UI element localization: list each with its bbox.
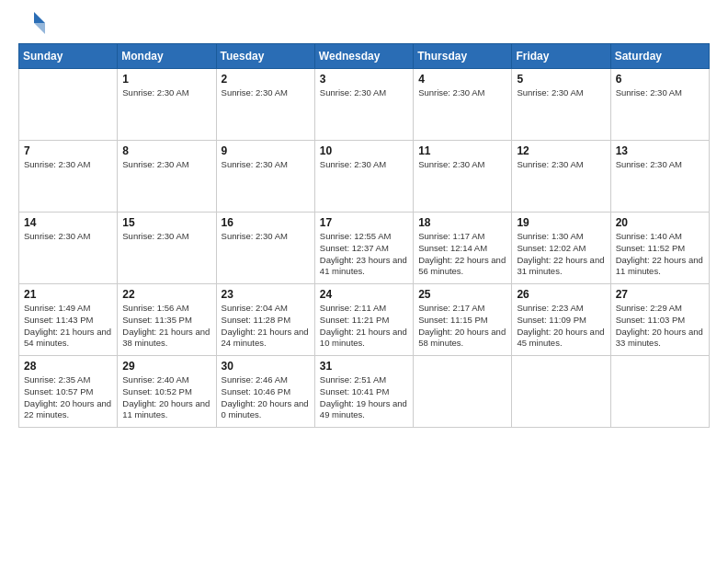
- day-cell: 19Sunrise: 1:30 AMSunset: 12:02 AMDaylig…: [512, 213, 610, 284]
- day-number: 5: [517, 73, 605, 86]
- day-number: 4: [418, 73, 506, 86]
- day-info: Sunrise: 2:30 AM: [24, 231, 112, 243]
- day-cell: 26Sunrise: 2:23 AMSunset: 11:09 PMDaylig…: [512, 284, 610, 356]
- day-cell: 6Sunrise: 2:30 AM: [610, 69, 709, 141]
- day-number: 25: [418, 288, 506, 301]
- day-cell: 16Sunrise: 2:30 AM: [216, 213, 314, 284]
- day-cell: [512, 356, 610, 428]
- logo: [18, 14, 47, 36]
- day-number: 12: [517, 144, 605, 157]
- day-number: 20: [616, 216, 704, 229]
- day-cell: 30Sunrise: 2:46 AMSunset: 10:46 PMDaylig…: [216, 356, 314, 428]
- day-info: Sunrise: 1:56 AMSunset: 11:35 PMDaylight…: [122, 303, 210, 350]
- day-number: 24: [320, 288, 408, 301]
- weekday-header-saturday: Saturday: [610, 44, 709, 69]
- day-number: 7: [24, 144, 112, 157]
- day-number: 10: [320, 144, 408, 157]
- day-info: Sunrise: 2:30 AM: [122, 231, 210, 243]
- weekday-header-tuesday: Tuesday: [216, 44, 314, 69]
- day-cell: 23Sunrise: 2:04 AMSunset: 11:28 PMDaylig…: [216, 284, 314, 356]
- day-number: 26: [517, 288, 605, 301]
- day-number: 16: [222, 216, 310, 229]
- day-number: 19: [517, 216, 605, 229]
- day-info: Sunrise: 1:49 AMSunset: 11:43 PMDaylight…: [24, 303, 112, 350]
- day-info: Sunrise: 2:17 AMSunset: 11:15 PMDaylight…: [418, 303, 506, 350]
- day-cell: [19, 69, 118, 141]
- header: [18, 14, 710, 36]
- day-info: Sunrise: 2:46 AMSunset: 10:46 PMDaylight…: [222, 374, 310, 421]
- day-info: Sunrise: 1:40 AMSunset: 11:52 PMDaylight…: [616, 231, 704, 278]
- day-info: Sunrise: 2:30 AM: [222, 87, 310, 99]
- day-cell: 2Sunrise: 2:30 AM: [216, 69, 314, 141]
- day-info: Sunrise: 2:11 AMSunset: 11:21 PMDaylight…: [320, 303, 408, 350]
- day-cell: [610, 356, 709, 428]
- day-number: 3: [320, 73, 408, 86]
- day-cell: 10Sunrise: 2:30 AM: [314, 141, 413, 213]
- day-number: 31: [320, 360, 408, 373]
- day-info: Sunrise: 2:30 AM: [517, 87, 605, 99]
- day-cell: 25Sunrise: 2:17 AMSunset: 11:15 PMDaylig…: [414, 284, 512, 356]
- day-info: Sunrise: 2:30 AM: [320, 87, 408, 99]
- day-info: Sunrise: 2:51 AMSunset: 10:41 PMDaylight…: [320, 374, 408, 421]
- day-number: 8: [122, 144, 210, 157]
- day-number: 17: [320, 216, 408, 229]
- weekday-header-row: SundayMondayTuesdayWednesdayThursdayFrid…: [19, 44, 710, 69]
- day-number: 6: [616, 73, 704, 86]
- day-info: Sunrise: 2:30 AM: [122, 87, 210, 99]
- svg-marker-1: [34, 23, 45, 34]
- weekday-header-friday: Friday: [512, 44, 610, 69]
- day-info: Sunrise: 2:30 AM: [418, 87, 506, 99]
- day-cell: [414, 356, 512, 428]
- day-cell: 28Sunrise: 2:35 AMSunset: 10:57 PMDaylig…: [19, 356, 118, 428]
- svg-marker-0: [34, 12, 45, 23]
- day-info: Sunrise: 2:30 AM: [320, 159, 408, 171]
- day-cell: 5Sunrise: 2:30 AM: [512, 69, 610, 141]
- day-number: 21: [24, 288, 112, 301]
- day-info: Sunrise: 2:30 AM: [517, 159, 605, 171]
- weekday-header-sunday: Sunday: [19, 44, 118, 69]
- day-number: 23: [222, 288, 310, 301]
- day-info: Sunrise: 2:30 AM: [418, 159, 506, 171]
- day-cell: 4Sunrise: 2:30 AM: [414, 69, 512, 141]
- day-info: Sunrise: 2:35 AMSunset: 10:57 PMDaylight…: [24, 374, 112, 421]
- day-info: Sunrise: 2:23 AMSunset: 11:09 PMDaylight…: [517, 303, 605, 350]
- day-info: Sunrise: 2:30 AM: [122, 159, 210, 171]
- day-info: Sunrise: 1:17 AMSunset: 12:14 AMDaylight…: [418, 231, 506, 278]
- day-number: 2: [222, 73, 310, 86]
- day-number: 29: [122, 360, 210, 373]
- day-info: Sunrise: 2:30 AM: [222, 159, 310, 171]
- day-info: Sunrise: 2:30 AM: [616, 159, 704, 171]
- weekday-header-thursday: Thursday: [414, 44, 512, 69]
- day-info: Sunrise: 2:04 AMSunset: 11:28 PMDaylight…: [222, 303, 310, 350]
- day-cell: 8Sunrise: 2:30 AM: [118, 141, 216, 213]
- day-info: Sunrise: 2:30 AM: [24, 159, 112, 171]
- day-number: 18: [418, 216, 506, 229]
- day-number: 11: [418, 144, 506, 157]
- calendar: SundayMondayTuesdayWednesdayThursdayFrid…: [18, 43, 710, 428]
- weekday-header-wednesday: Wednesday: [314, 44, 413, 69]
- day-number: 13: [616, 144, 704, 157]
- day-info: Sunrise: 2:29 AMSunset: 11:03 PMDaylight…: [616, 303, 704, 350]
- day-cell: 27Sunrise: 2:29 AMSunset: 11:03 PMDaylig…: [610, 284, 709, 356]
- day-number: 15: [122, 216, 210, 229]
- day-info: Sunrise: 12:55 AMSunset: 12:37 AMDayligh…: [320, 231, 408, 278]
- week-row-4: 21Sunrise: 1:49 AMSunset: 11:43 PMDaylig…: [19, 284, 710, 356]
- day-cell: 11Sunrise: 2:30 AM: [414, 141, 512, 213]
- day-cell: 29Sunrise: 2:40 AMSunset: 10:52 PMDaylig…: [118, 356, 216, 428]
- day-cell: 13Sunrise: 2:30 AM: [610, 141, 709, 213]
- week-row-1: 1Sunrise: 2:30 AM2Sunrise: 2:30 AM3Sunri…: [19, 69, 710, 141]
- day-number: 27: [616, 288, 704, 301]
- day-number: 14: [24, 216, 112, 229]
- day-cell: 20Sunrise: 1:40 AMSunset: 11:52 PMDaylig…: [610, 213, 709, 284]
- day-cell: 1Sunrise: 2:30 AM: [118, 69, 216, 141]
- day-cell: 14Sunrise: 2:30 AM: [19, 213, 118, 284]
- day-info: Sunrise: 2:30 AM: [616, 87, 704, 99]
- day-info: Sunrise: 2:30 AM: [222, 231, 310, 243]
- day-cell: 24Sunrise: 2:11 AMSunset: 11:21 PMDaylig…: [314, 284, 413, 356]
- weekday-header-monday: Monday: [118, 44, 216, 69]
- day-cell: 9Sunrise: 2:30 AM: [216, 141, 314, 213]
- day-cell: 31Sunrise: 2:51 AMSunset: 10:41 PMDaylig…: [314, 356, 413, 428]
- logo-icon: [21, 10, 47, 36]
- week-row-2: 7Sunrise: 2:30 AM8Sunrise: 2:30 AM9Sunri…: [19, 141, 710, 213]
- week-row-3: 14Sunrise: 2:30 AM15Sunrise: 2:30 AM16Su…: [19, 213, 710, 284]
